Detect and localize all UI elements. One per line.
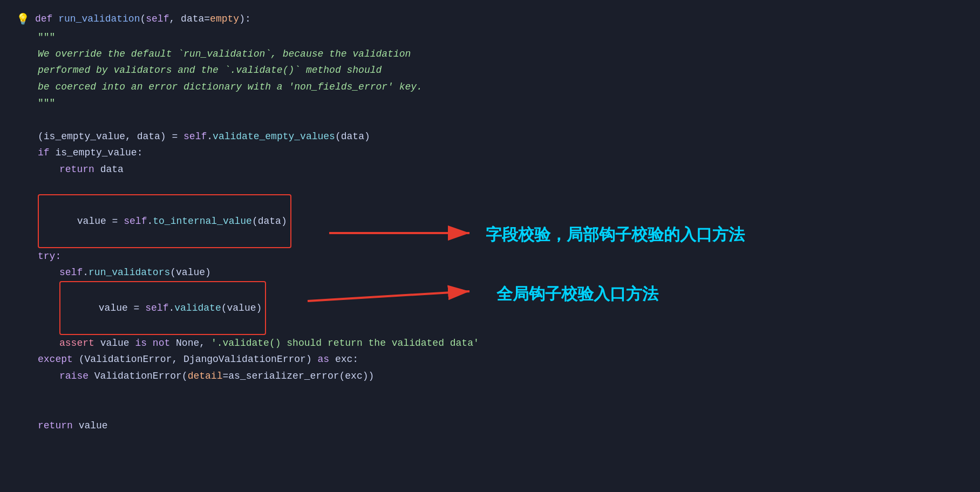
line-if: if is_empty_value: xyxy=(16,145,964,161)
line-assert: assert value is not None, '.validate() s… xyxy=(16,335,964,352)
bullet-icon: 💡 xyxy=(16,11,30,29)
keyword-def: def xyxy=(35,13,58,24)
line-docend: """ xyxy=(16,95,964,112)
function-name: run_validation xyxy=(58,13,140,24)
line-value-validate: value = self.validate(value) xyxy=(16,281,964,335)
highlight-box-1: value = self.to_internal_value(data) xyxy=(38,194,291,248)
line-doc2: performed by validators and the `.valida… xyxy=(16,62,964,79)
line-def: 💡 def run_validation(self, data=empty): xyxy=(16,11,964,29)
line-docstart: """ xyxy=(16,29,964,46)
line-return-data: return data xyxy=(16,161,964,178)
line-try: try: xyxy=(16,248,964,265)
line-empty3 xyxy=(16,384,964,401)
line-value-assign: value = self.to_internal_value(data) xyxy=(16,194,964,248)
line-empty2 xyxy=(16,177,964,194)
line-empty1 xyxy=(16,112,964,128)
line-validate-empty: (is_empty_value, data) = self.validate_e… xyxy=(16,128,964,145)
line-doc1: We override the default `run_validation`… xyxy=(16,46,964,63)
line-run-validators: self.run_validators(value) xyxy=(16,264,964,281)
line-doc3: be coerced into an error dictionary with… xyxy=(16,79,964,95)
line-raise: raise ValidationError(detail=as_serializ… xyxy=(16,368,964,385)
line-empty4 xyxy=(16,401,964,418)
line-return-value: return value xyxy=(16,418,964,434)
line-except: except (ValidationError, DjangoValidatio… xyxy=(16,351,964,368)
highlight-box-2: value = self.validate(value) xyxy=(59,281,266,335)
code-container: 💡 def run_validation(self, data=empty): … xyxy=(0,0,980,445)
